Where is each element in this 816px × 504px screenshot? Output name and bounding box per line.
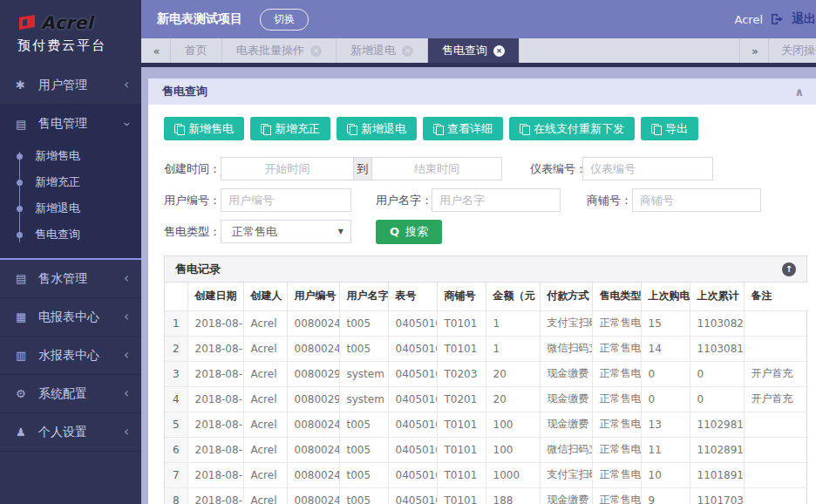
cell-amount: 100 — [486, 412, 540, 437]
cell-created-date: 2018-08- — [187, 437, 243, 462]
tabs-scroll-left-icon[interactable]: « — [141, 38, 171, 63]
sale-type-select[interactable]: 正常售电 ▼ — [221, 220, 351, 243]
cell-pay-method: 现金缴费 — [540, 487, 592, 504]
to-separator: 到 — [354, 157, 371, 180]
meter-no-input[interactable] — [582, 157, 713, 180]
cell-created-date: 2018-08- — [187, 310, 243, 336]
toolbar-button[interactable]: 导出 — [641, 117, 698, 140]
column-header: 售电类型 — [592, 283, 641, 310]
sidebar-item-sale-electric[interactable]: ▤ 售电管理 ‹ — [0, 105, 141, 143]
cell-amount: 188 — [486, 487, 540, 504]
toolbar-button[interactable]: 新增充正 — [250, 117, 330, 140]
toolbar-button[interactable]: 新增售电 — [164, 117, 244, 140]
electric-report-icon: ▦ — [16, 310, 37, 324]
tab-new-refund[interactable]: 新增退电 × — [337, 38, 428, 63]
close-icon[interactable]: × — [493, 45, 505, 57]
end-time-input[interactable] — [371, 157, 502, 180]
cell-last-buy: 0 — [641, 361, 690, 386]
sidebar-subitem[interactable]: 新增充正 — [0, 169, 141, 195]
logout-icon[interactable] — [771, 13, 784, 25]
cell-note — [744, 310, 808, 336]
table-row[interactable]: 5 2018-08- Acrel 0080024 t005 04050101 T… — [165, 412, 808, 437]
column-header: 用户名字 — [339, 283, 388, 310]
cell-pay-method: 微信扫码支 — [540, 437, 592, 462]
close-operations-menu[interactable]: 关闭操作 — [769, 38, 816, 63]
cell-sale-type: 正常售电 — [592, 437, 641, 462]
cell-meter-no: 04050101 — [388, 437, 437, 462]
toolbar-button[interactable]: 在线支付重新下发 — [509, 117, 635, 140]
tab-meter-batch-ops[interactable]: 电表批量操作 × — [222, 38, 337, 63]
row-number: 6 — [165, 437, 187, 462]
search-button[interactable]: Q 搜索 — [376, 220, 442, 244]
brand-logo-icon — [17, 15, 37, 31]
sidebar: Acrel 预付费云平台 ✱ 用户管理 ‹ ▤ 售电管理 ‹ 新增售电 — [0, 0, 141, 504]
created-time-label: 创建时间： — [164, 161, 221, 177]
brand-logo-text: Acrel — [41, 12, 93, 33]
cell-last-buy: 15 — [641, 310, 690, 336]
cell-created-date: 2018-08- — [187, 361, 243, 386]
column-header: 金额（元 — [486, 283, 540, 310]
chevron-down-icon: ▼ — [338, 228, 343, 235]
table-row[interactable]: 7 2018-08- Acrel 0080024 t005 04050101 T… — [165, 462, 808, 487]
cell-last-total: 0 — [690, 361, 744, 386]
cell-shop-no: T0101 — [437, 336, 486, 361]
cell-note — [744, 462, 808, 487]
sidebar-item-personal-settings[interactable]: ♟ 个人设置 ‹ — [0, 413, 141, 452]
table-row[interactable]: 8 2018-08- Acrel 0080024 t005 04050101 T… — [165, 487, 808, 504]
sidebar-subitem[interactable]: 新增售电 — [0, 143, 141, 169]
close-icon[interactable]: × — [310, 45, 322, 57]
sidebar-item-water-report[interactable]: ▥ 水报表中心 ‹ — [0, 337, 141, 375]
sidebar-item-electric-report[interactable]: ▦ 电报表中心 ‹ — [0, 298, 141, 337]
sidebar-subitem[interactable]: 新增退电 — [0, 195, 141, 221]
cell-last-buy: 14 — [641, 336, 690, 361]
table-row[interactable]: 2 2018-08- Acrel 0080024 t005 04050101 T… — [165, 336, 808, 361]
table-row[interactable]: 1 2018-08- Acrel 0080024 t005 04050101 T… — [165, 310, 808, 336]
cell-amount: 1000 — [486, 462, 540, 487]
tab-home[interactable]: 首页 — [171, 38, 222, 63]
cell-sale-type: 正常售电 — [592, 336, 641, 361]
sale-query-panel: 售电查询 ∧ 新增售电 新增充正 — [148, 78, 816, 504]
table-row[interactable]: 4 2018-08- Acrel 0080029 system 04050102… — [165, 386, 808, 412]
cell-creator: Acrel — [243, 437, 287, 462]
user-name-input[interactable] — [432, 188, 561, 212]
cell-meter-no: 04050102 — [388, 386, 437, 412]
scroll-top-icon[interactable]: ↑ — [782, 262, 796, 276]
cell-sale-type: 正常售电 — [592, 310, 641, 336]
sidebar-group-sale-electric: ▤ 售电管理 ‹ 新增售电 新增充正 新增退电 — [0, 105, 141, 260]
cell-creator: Acrel — [243, 336, 287, 361]
cell-meter-no: 04050101 — [388, 412, 437, 437]
main-area: 新电表测试项目 切换 Acrel 退出 « 首页 电表批量操作 × 新增退电 ×… — [141, 0, 816, 504]
tab-sale-query[interactable]: 售电查询 × — [428, 38, 520, 63]
current-user: Acrel — [735, 13, 763, 26]
cell-pay-method: 现金缴费 — [540, 412, 592, 437]
sidebar-item-sale-water[interactable]: ▤ 售水管理 ‹ — [0, 260, 141, 298]
cell-sale-type: 正常售电 — [592, 361, 641, 386]
table-header-row: 创建日期创建人用户编号用户名字表号商铺号金额（元付款方式售电类型上次购电上次累计… — [165, 283, 808, 310]
sell-electric-icon: ▤ — [16, 118, 37, 131]
document-icon — [347, 124, 355, 133]
panel-header: 售电查询 ∧ — [148, 78, 816, 105]
sidebar-subitem[interactable]: 售电查询 — [0, 221, 141, 248]
user-no-input[interactable] — [221, 188, 351, 212]
switch-project-button[interactable]: 切换 — [260, 9, 309, 31]
cell-sale-type: 正常售电 — [592, 487, 641, 504]
sidebar-item-system-config[interactable]: ⚙ 系统配置 ‹ — [0, 375, 141, 413]
start-time-input[interactable] — [221, 157, 354, 180]
row-number: 8 — [165, 487, 187, 504]
shop-no-label: 商铺号： — [585, 193, 632, 208]
cell-last-total: 1102891. — [690, 437, 744, 462]
table-row[interactable]: 6 2018-08- Acrel 0080024 t005 04050101 T… — [165, 437, 808, 462]
cell-amount: 100 — [486, 437, 540, 462]
shop-no-input[interactable] — [632, 188, 761, 212]
cell-last-buy: 13 — [641, 412, 690, 437]
toolbar-button[interactable]: 新增退电 — [337, 117, 417, 140]
logout-link[interactable]: 退出 — [792, 11, 816, 27]
tabs-scroll-right-icon[interactable]: » — [739, 38, 769, 63]
close-icon[interactable]: × — [402, 45, 413, 57]
gear-icon: ⚙ — [16, 387, 37, 400]
column-header — [165, 283, 187, 310]
sidebar-item-user-management[interactable]: ✱ 用户管理 ‹ — [0, 66, 141, 105]
toolbar-button[interactable]: 查看详细 — [423, 117, 503, 140]
collapse-panel-icon[interactable]: ∧ — [794, 85, 804, 99]
table-row[interactable]: 3 2018-08- Acrel 0080029 system 04050102… — [165, 361, 808, 386]
